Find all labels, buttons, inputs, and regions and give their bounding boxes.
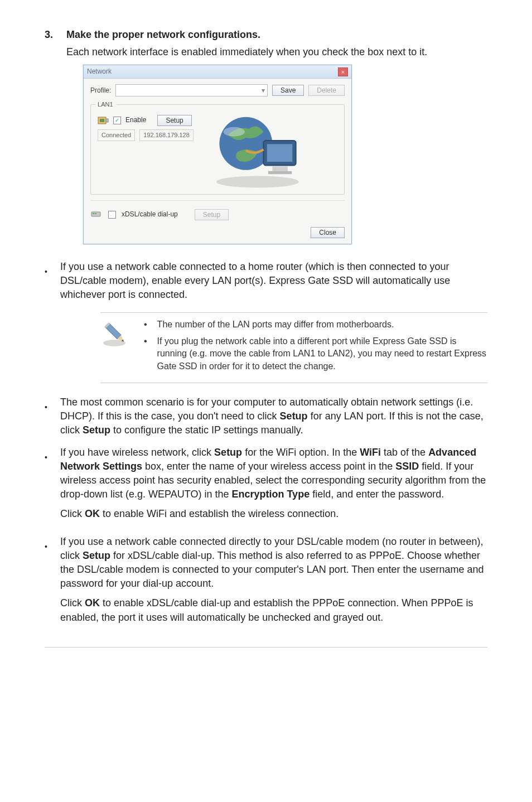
profile-label: Profile: bbox=[90, 86, 111, 95]
note-1: The number of the LAN ports may differ f… bbox=[157, 318, 394, 331]
enable-checkbox[interactable]: ✓ bbox=[113, 117, 121, 124]
pencil-icon bbox=[100, 318, 134, 378]
chevron-down-icon: ▾ bbox=[262, 86, 265, 95]
note-2: If you plug the network cable into a dif… bbox=[157, 335, 487, 373]
svg-rect-2 bbox=[106, 119, 108, 122]
network-dialog: Network × Profile: ▾ Save Delete LAN1 bbox=[83, 65, 352, 244]
svg-point-3 bbox=[216, 176, 299, 188]
bullet-icon bbox=[144, 318, 147, 331]
save-button[interactable]: Save bbox=[272, 85, 304, 96]
note-box: The number of the LAN ports may differ f… bbox=[100, 312, 487, 384]
lan1-group: LAN1 ✓ Enable Setup Connected 192.168.17… bbox=[90, 104, 345, 195]
step-body: Each network interface is enabled immedi… bbox=[66, 45, 487, 59]
ip-address: 192.168.179.128 bbox=[139, 129, 194, 141]
dialup-setup-button: Setup bbox=[195, 209, 229, 220]
dialog-titlebar: Network × bbox=[84, 65, 351, 79]
dialup-checkbox[interactable] bbox=[108, 211, 116, 219]
connected-label: Connected bbox=[98, 129, 135, 141]
bullet-icon bbox=[45, 395, 48, 438]
bullet-icon bbox=[45, 535, 48, 630]
bullet-lan-router: If you use a network cable connected to … bbox=[60, 260, 487, 302]
svg-rect-8 bbox=[272, 167, 287, 171]
bullet-dhcp: The most common scenario is for your com… bbox=[60, 395, 487, 438]
profile-combo[interactable]: ▾ bbox=[115, 84, 268, 96]
bullet-icon bbox=[144, 335, 147, 373]
svg-rect-7 bbox=[267, 144, 292, 162]
nic-icon bbox=[98, 115, 109, 125]
lan1-title: LAN1 bbox=[95, 100, 117, 109]
delete-button: Delete bbox=[308, 85, 345, 96]
step-number: 3. bbox=[45, 28, 53, 260]
close-icon[interactable]: × bbox=[338, 67, 348, 76]
svg-rect-12 bbox=[95, 213, 96, 214]
modem-icon bbox=[90, 207, 103, 221]
lan-setup-button[interactable]: Setup bbox=[157, 115, 191, 126]
svg-rect-9 bbox=[268, 171, 292, 174]
dialup-label: xDSL/cable dial-up bbox=[122, 210, 178, 219]
bullet-icon bbox=[45, 446, 48, 527]
svg-rect-1 bbox=[100, 119, 104, 122]
footer-rule bbox=[45, 647, 487, 648]
step-heading: Make the proper network configurations. bbox=[66, 28, 487, 42]
bullet-pppoe: If you use a network cable connected dir… bbox=[60, 535, 487, 630]
enable-label: Enable bbox=[125, 115, 146, 125]
svg-rect-11 bbox=[93, 213, 94, 214]
svg-point-5 bbox=[224, 127, 245, 137]
dialog-title: Network bbox=[87, 67, 112, 76]
globe-monitor-art bbox=[205, 110, 311, 189]
bullet-icon bbox=[45, 260, 48, 302]
close-button[interactable]: Close bbox=[311, 227, 345, 238]
bullet-wifi: If you have wireless network, click Setu… bbox=[60, 446, 487, 527]
